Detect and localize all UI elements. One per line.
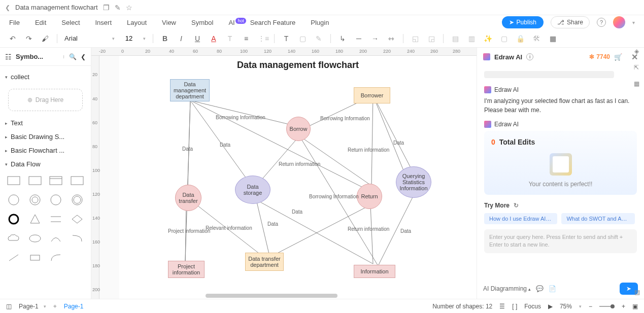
layers-icon[interactable]: ☰ [499,303,505,310]
export-right-icon[interactable]: ⇱ [634,64,639,71]
shape-rect2[interactable] [26,173,44,188]
flowchart-title[interactable]: Data management flowchart [237,60,359,71]
back-icon[interactable]: ❮ [5,4,10,11]
menu-view[interactable]: View [162,19,176,26]
ungroup-icon[interactable]: ◲ [427,34,436,43]
shape-rect[interactable] [5,173,22,188]
node-borrower[interactable]: Borrower [354,87,390,103]
shape-diamond[interactable] [69,212,86,227]
grid-icon[interactable]: ▦ [634,80,639,87]
category-basic-drawing[interactable]: ▸ Basic Drawing S... [5,130,86,144]
pen-icon[interactable]: ✎ [314,34,323,43]
menu-search[interactable]: Search Feature [250,19,296,26]
shape-line[interactable] [5,250,22,265]
cart-icon[interactable]: 🛒 [614,53,622,61]
refresh-icon[interactable]: ↻ [514,202,519,209]
menu-plugin[interactable]: Plugin [311,19,329,26]
underline-icon[interactable]: U [193,34,202,43]
focus-label[interactable]: Focus [524,303,541,310]
font-select[interactable] [64,34,105,42]
crop-icon[interactable]: ▢ [499,34,509,43]
align-obj-icon[interactable]: ▤ [451,34,460,43]
menu-layout[interactable]: Layout [127,19,147,26]
paint-icon[interactable]: ◈ [634,48,639,55]
play-icon[interactable]: ▶ [548,303,553,310]
list-icon[interactable]: ⋮≡ [258,34,267,43]
node-project-info[interactable]: Project information [168,261,205,278]
export-icon[interactable]: 📄 [549,285,556,292]
chevron-down-icon[interactable]: ▾ [632,20,635,25]
align-icon[interactable]: ≡ [242,34,251,43]
node-dtd[interactable]: Data transfer department [245,253,284,271]
canvas-area[interactable]: -200204060801001201401601802002202402602… [91,48,477,299]
menu-file[interactable]: File [9,19,20,26]
chevron-down-icon[interactable]: ▾ [579,304,582,309]
menu-ai[interactable]: AI hot [228,19,234,26]
collapse-icon[interactable]: ❮ [81,53,86,60]
edit-icon[interactable]: ✎ [115,4,121,12]
italic-icon[interactable]: I [177,34,186,43]
node-data-transfer[interactable]: Data transfer [175,185,201,211]
ai-mode[interactable]: AI Diagramming ▴ [483,285,531,292]
fullscreen-icon[interactable]: ▣ [632,303,638,310]
page-selector[interactable]: Page-1 ▾ [19,303,46,310]
zoom-slider[interactable] [599,306,615,307]
arrow-icon[interactable]: → [370,34,380,43]
menu-symbol[interactable]: Symbol [191,19,213,26]
lock-icon[interactable]: 🔒 [516,34,525,43]
font-color-icon[interactable]: A [209,34,218,43]
shape-circle4[interactable] [69,192,86,207]
pages-view-icon[interactable]: ◫ [6,303,12,310]
chat-icon[interactable]: 💬 [536,285,544,292]
pages-icon[interactable]: ❐ [103,4,110,12]
add-page-icon[interactable]: + [53,303,57,310]
size-select[interactable] [122,34,136,42]
page-tab[interactable]: Page-1 [64,303,84,310]
bold-icon[interactable]: B [160,34,170,43]
insert-icon[interactable]: ▦ [548,34,557,43]
node-information[interactable]: Information [354,265,395,278]
shape-ellipse[interactable] [26,231,44,246]
zoom-value[interactable]: 75% [560,303,572,310]
undo-icon[interactable]: ↶ [8,34,17,43]
category-data-flow[interactable]: ▾ Data Flow [5,157,86,171]
distribute-icon[interactable]: ▥ [467,34,476,43]
share-button[interactable]: ⎇ Share [551,16,590,28]
shape-fill-icon[interactable]: ▢ [298,34,307,43]
category-basic-flowchart[interactable]: ▸ Basic Flowchart ... [5,144,86,157]
node-data-storage[interactable]: Data storage [235,176,270,204]
connector-icon[interactable]: ↳ [338,34,347,43]
category-text[interactable]: ▸ Text [5,116,86,130]
ai-credits[interactable]: ✻ 7740 [589,53,610,60]
shape-curve[interactable] [48,250,65,265]
shape-cloud[interactable] [5,231,22,246]
node-dmd[interactable]: Data management department [170,79,210,101]
group-icon[interactable]: ◱ [411,34,420,43]
shape-rect5[interactable] [26,250,44,265]
shape-rect4[interactable] [69,173,86,188]
star-icon[interactable]: ☆ [126,4,132,12]
node-qsi[interactable]: Querying Statistics Information [396,166,431,198]
shape-circle[interactable] [5,192,22,207]
zoom-out-icon[interactable]: − [589,303,592,310]
shape-circle2[interactable] [26,192,44,207]
shape-arc2[interactable] [69,231,86,246]
search-icon[interactable]: 🔍 [69,53,77,60]
settings-right-icon[interactable]: ▤ [634,289,640,296]
node-borrow[interactable]: Borrow [286,117,311,141]
shape-lines[interactable] [48,212,65,227]
shape-circle-bold[interactable] [5,212,22,227]
chip-2[interactable]: What do SWOT and AAR... [561,213,634,224]
info-icon[interactable]: i [526,53,533,60]
chip-1[interactable]: How do I use Edraw AI fo... [484,213,557,224]
node-return[interactable]: Return [357,184,382,209]
drag-here-box[interactable]: ⊕ Drag Here [8,89,83,111]
text-tool-icon[interactable]: T [282,34,291,43]
help-icon[interactable]: ? [597,18,606,27]
avatar[interactable] [613,16,625,28]
menu-select[interactable]: Select [61,19,80,26]
shape-triangle[interactable] [26,212,44,227]
shape-circle3[interactable] [48,192,65,207]
redo-icon[interactable]: ↷ [24,34,33,43]
ai-input[interactable]: Enter your query here. Press Enter to se… [484,229,637,253]
